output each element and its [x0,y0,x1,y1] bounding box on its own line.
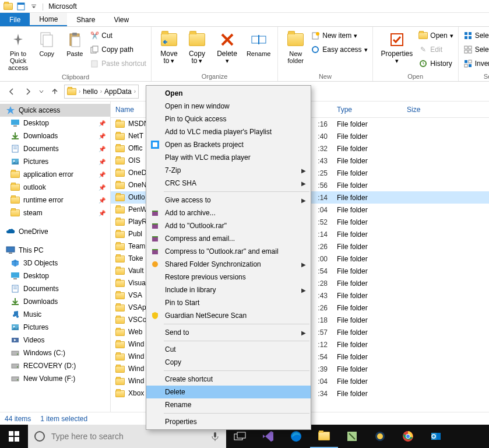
mic-icon[interactable] [210,431,220,442]
nav-item[interactable]: Windows (C:) [0,346,110,359]
ctx-7zip[interactable]: 7-Zip▶ [146,164,311,177]
navigation-pane[interactable]: Quick access Desktop📌Downloads📌Documents… [0,102,111,412]
taskbar-app-generic[interactable] [366,425,394,448]
tab-home[interactable]: Home [30,13,67,26]
new-folder-button[interactable]: New folder [283,29,308,65]
nav-item[interactable]: Desktop📌 [0,117,110,130]
cut-button[interactable]: ✂️Cut [90,29,146,42]
ctx-restore-versions[interactable]: Restore previous versions [146,271,311,284]
ctx-crc-sha[interactable]: CRC SHA▶ [146,177,311,190]
column-size[interactable]: Size [402,106,449,114]
ctx-delete[interactable]: Delete [146,386,311,398]
breadcrumb-segment[interactable]: AppData [104,88,132,96]
select-all-button[interactable]: Select all [463,29,489,42]
invert-selection-button[interactable]: Invert selection [463,57,489,70]
ctx-compress-outlook-email[interactable]: Compress to "Outlook.rar" and email [146,245,311,258]
ctx-vlc-play[interactable]: Play with VLC media player [146,151,311,164]
copy-to-button[interactable]: Copy to ▾ [184,29,210,65]
copy-button[interactable]: Copy [34,29,59,58]
taskbar-app-notepadpp[interactable] [338,425,366,448]
ctx-shared-sync[interactable]: Shared Folder Synchronization▶ [146,258,311,271]
ribbon-group-select: Select all Select none Invert selection … [459,27,489,81]
open-button[interactable]: Open ▾ [418,29,453,42]
ctx-add-outlook-rar[interactable]: Add to "Outlook.rar" [146,219,311,232]
new-item-button[interactable]: New item ▾ [311,29,367,42]
nav-item[interactable]: RECOVERY (D:) [0,359,110,372]
ctx-open-new-window[interactable]: Open in new window [146,100,311,113]
ctx-include-library[interactable]: Include in library▶ [146,284,311,296]
cortana-icon [34,430,45,442]
nav-item[interactable]: Documents📌 [0,142,110,155]
nav-item[interactable]: Downloads [0,295,110,308]
rename-button[interactable]: Rename [244,29,273,58]
folder-icon[interactable] [2,1,14,12]
forward-button[interactable] [21,85,35,99]
nav-item[interactable]: Music [0,308,110,321]
nav-item[interactable]: runtime error📌 [0,194,110,206]
nav-this-pc[interactable]: This PC [0,244,110,257]
ctx-rename[interactable]: Rename [146,398,311,411]
paste-shortcut-button[interactable]: Paste shortcut [90,57,146,70]
back-button[interactable] [5,85,19,99]
nav-item[interactable]: Desktop [0,270,110,282]
move-to-button[interactable]: Move to ▾ [156,29,182,65]
select-none-button[interactable]: Select none [463,43,489,56]
ctx-pin-start[interactable]: Pin to Start [146,296,311,309]
ctx-copy[interactable]: Copy [146,356,311,369]
nav-item[interactable]: New Volume (F:) [0,372,110,385]
copy-path-button[interactable]: Copy path [90,43,146,56]
easy-access-button[interactable]: Easy access ▾ [311,43,367,56]
svg-rect-57 [9,437,13,442]
nav-item[interactable]: steam📌 [0,206,110,219]
nav-item[interactable]: outlook📌 [0,181,110,194]
nav-item[interactable]: Pictures [0,321,110,334]
pin-icon: 📌 [98,184,105,191]
tab-view[interactable]: View [104,13,138,26]
edit-button[interactable]: ✎Edit [418,43,453,56]
start-button[interactable] [0,425,28,448]
delete-button[interactable]: Delete ▾ [212,29,242,65]
easy-access-icon [311,45,320,54]
nav-onedrive[interactable]: OneDrive [0,225,110,238]
properties-icon[interactable] [15,1,27,12]
breadcrumb-segment[interactable]: hello [83,88,97,96]
nav-quick-access[interactable]: Quick access [0,104,110,117]
history-button[interactable]: History [418,57,453,70]
nav-item[interactable]: Pictures📌 [0,155,110,168]
up-button[interactable] [48,85,62,99]
tab-file[interactable]: File [0,13,30,26]
ctx-properties[interactable]: Properties [146,415,311,428]
folder-icon [10,170,20,179]
nav-item[interactable]: Downloads📌 [0,130,110,142]
taskbar-app-chrome[interactable] [394,425,422,448]
folder-icon [115,169,125,178]
tab-share[interactable]: Share [67,13,104,26]
column-type[interactable]: Type [332,106,402,114]
ctx-open[interactable]: Open [146,87,311,100]
nav-item[interactable]: Videos [0,334,110,346]
taskbar-app-outlook[interactable] [422,425,450,448]
select-all-icon [463,31,473,40]
ctx-send-to[interactable]: Send to▶ [146,326,311,339]
qat-dropdown-icon[interactable] [28,1,40,12]
pin-to-quick-access-button[interactable]: Pin to Quick access [5,29,31,72]
ctx-add-archive[interactable]: Add to archive... [146,206,311,219]
ctx-give-access[interactable]: Give access to▶ [146,194,311,206]
search-input[interactable] [51,432,204,441]
ctx-create-shortcut[interactable]: Create shortcut [146,373,311,386]
ctx-compress-email[interactable]: Compress and email... [146,232,311,245]
ctx-brackets[interactable]: Open as Brackets project [146,138,311,151]
recent-locations-button[interactable] [37,85,45,99]
nav-item[interactable]: application error📌 [0,168,110,181]
ribbon-group-clipboard: Pin to Quick access Copy Paste ✂️Cut Cop… [0,27,152,81]
ctx-vlc-playlist[interactable]: Add to VLC media player's Playlist [146,125,311,138]
ctx-netsecure-scan[interactable]: Guardian NetSecure Scan [146,309,311,322]
address-bar[interactable]: ›hello›AppData› [64,85,139,99]
ctx-cut[interactable]: Cut [146,343,311,356]
properties-button[interactable]: Properties ▾ [378,29,417,65]
nav-item[interactable]: Documents [0,282,110,295]
paste-button[interactable]: Paste [62,29,87,58]
nav-item[interactable]: 3D Objects [0,257,110,270]
ctx-pin-quick-access[interactable]: Pin to Quick access [146,113,311,125]
taskbar-app-explorer[interactable] [310,425,338,448]
